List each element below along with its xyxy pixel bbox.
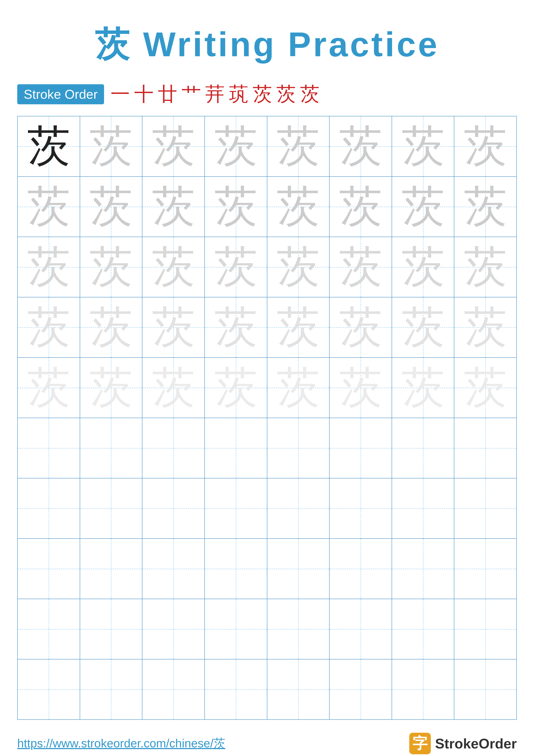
grid-cell[interactable]: 茨 [454, 116, 517, 176]
character-faint: 茨 [401, 183, 445, 230]
grid-cell[interactable]: 茨 [392, 297, 454, 358]
grid-cell[interactable] [329, 659, 392, 719]
character-faint: 茨 [464, 364, 507, 411]
grid-cell[interactable] [80, 659, 142, 719]
character-faint: 茨 [339, 183, 382, 230]
grid-cell[interactable]: 茨 [17, 116, 80, 176]
grid-cell[interactable]: 茨 [454, 358, 517, 418]
grid-cell[interactable] [142, 539, 205, 599]
grid-cell[interactable] [329, 418, 392, 478]
character-faint: 茨 [152, 122, 195, 170]
grid-cell[interactable] [142, 659, 205, 719]
grid-cell[interactable]: 茨 [205, 176, 267, 237]
grid-cell[interactable]: 茨 [80, 116, 142, 176]
character-faint: 茨 [401, 304, 445, 351]
stroke-sequence: 一 十 廿 艹 茾 茿 茨 茨 茨 [111, 81, 319, 107]
grid-cell[interactable]: 茨 [329, 116, 392, 176]
grid-cell[interactable]: 茨 [329, 237, 392, 297]
grid-cell[interactable]: 茨 [17, 297, 80, 358]
grid-cell[interactable] [205, 478, 267, 539]
grid-cell[interactable] [142, 478, 205, 539]
grid-cell[interactable]: 茨 [205, 297, 267, 358]
footer-url[interactable]: https://www.strokeorder.com/chinese/茨 [17, 736, 225, 751]
grid-cell[interactable]: 茨 [205, 116, 267, 176]
character-faint: 茨 [339, 304, 382, 351]
grid-cell[interactable]: 茨 [142, 358, 205, 418]
character-faint: 茨 [464, 243, 507, 291]
grid-cell[interactable]: 茨 [329, 297, 392, 358]
grid-cell[interactable] [80, 539, 142, 599]
grid-cell[interactable]: 茨 [80, 358, 142, 418]
table-row [17, 599, 517, 659]
grid-cell[interactable] [205, 599, 267, 659]
grid-cell[interactable]: 茨 [17, 176, 80, 237]
character-faint: 茨 [27, 243, 70, 291]
character-faint: 茨 [89, 122, 133, 170]
grid-cell[interactable] [392, 659, 454, 719]
grid-cell[interactable] [17, 478, 80, 539]
grid-cell[interactable] [80, 418, 142, 478]
grid-cell[interactable] [142, 599, 205, 659]
grid-cell[interactable] [17, 418, 80, 478]
grid-cell[interactable] [17, 599, 80, 659]
grid-cell[interactable] [267, 478, 330, 539]
grid-cell[interactable]: 茨 [267, 237, 330, 297]
table-row: 茨 茨 茨 茨 茨 茨 茨 [17, 116, 517, 176]
grid-cell[interactable]: 茨 [329, 358, 392, 418]
grid-cell[interactable]: 茨 [392, 116, 454, 176]
grid-cell[interactable] [392, 599, 454, 659]
grid-cell[interactable] [205, 659, 267, 719]
grid-cell[interactable]: 茨 [142, 176, 205, 237]
grid-cell[interactable] [17, 539, 80, 599]
grid-cell[interactable] [392, 418, 454, 478]
grid-cell[interactable] [205, 539, 267, 599]
grid-cell[interactable]: 茨 [329, 176, 392, 237]
grid-cell[interactable]: 茨 [267, 116, 330, 176]
grid-cell[interactable] [454, 418, 517, 478]
grid-cell[interactable]: 茨 [205, 358, 267, 418]
grid-cell[interactable] [267, 539, 330, 599]
grid-cell[interactable] [205, 418, 267, 478]
grid-cell[interactable] [454, 659, 517, 719]
grid-cell[interactable] [454, 478, 517, 539]
grid-cell[interactable] [267, 418, 330, 478]
grid-cell[interactable]: 茨 [267, 358, 330, 418]
grid-cell[interactable]: 茨 [392, 176, 454, 237]
character-faint: 茨 [277, 304, 320, 351]
grid-cell[interactable]: 茨 [205, 237, 267, 297]
table-row [17, 478, 517, 539]
grid-cell[interactable] [392, 478, 454, 539]
character-faint: 茨 [89, 183, 133, 230]
grid-cell[interactable]: 茨 [392, 358, 454, 418]
grid-cell[interactable]: 茨 [80, 297, 142, 358]
grid-cell[interactable]: 茨 [80, 176, 142, 237]
grid-cell[interactable]: 茨 [142, 116, 205, 176]
grid-cell[interactable]: 茨 [454, 176, 517, 237]
grid-cell[interactable]: 茨 [17, 358, 80, 418]
grid-cell[interactable] [392, 539, 454, 599]
footer-icon: 字 [409, 733, 431, 754]
grid-cell[interactable] [17, 659, 80, 719]
grid-cell[interactable]: 茨 [267, 176, 330, 237]
grid-cell[interactable] [80, 599, 142, 659]
stroke-8: 茨 [276, 81, 296, 107]
grid-cell[interactable]: 茨 [17, 237, 80, 297]
grid-cell[interactable] [267, 599, 330, 659]
grid-cell[interactable] [329, 478, 392, 539]
grid-cell[interactable] [267, 659, 330, 719]
grid-cell[interactable]: 茨 [80, 237, 142, 297]
grid-cell[interactable] [454, 599, 517, 659]
grid-cell[interactable]: 茨 [267, 297, 330, 358]
grid-cell[interactable]: 茨 [142, 297, 205, 358]
grid-cell[interactable]: 茨 [142, 237, 205, 297]
stroke-2: 十 [134, 81, 154, 107]
grid-cell[interactable] [80, 478, 142, 539]
grid-cell[interactable]: 茨 [392, 237, 454, 297]
grid-cell[interactable]: 茨 [454, 237, 517, 297]
grid-cell[interactable] [329, 599, 392, 659]
grid-cell[interactable] [142, 418, 205, 478]
grid-cell[interactable] [329, 539, 392, 599]
grid-cell[interactable]: 茨 [454, 297, 517, 358]
grid-cell[interactable] [454, 539, 517, 599]
stroke-6: 茿 [229, 81, 248, 107]
